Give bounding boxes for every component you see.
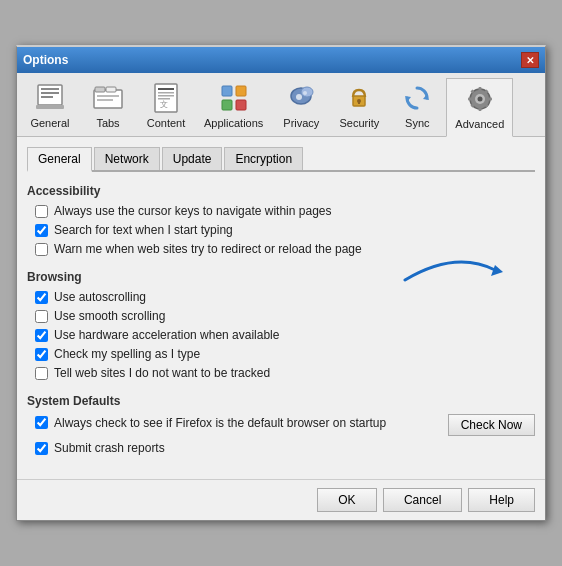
toolbar-item-content[interactable]: 文 Content xyxy=(137,77,195,136)
browsing-title: Browsing xyxy=(27,270,535,284)
warn-redirect-label: Warn me when web sites try to redirect o… xyxy=(54,242,362,256)
content-icon: 文 xyxy=(150,82,182,114)
svg-rect-26 xyxy=(358,101,360,104)
window-title: Options xyxy=(23,53,68,67)
svg-rect-11 xyxy=(158,88,174,90)
svg-rect-3 xyxy=(41,96,53,98)
do-not-track-label: Tell web sites I do not want to be track… xyxy=(54,366,270,380)
smooth-scrolling-label: Use smooth scrolling xyxy=(54,309,165,323)
tab-general[interactable]: General xyxy=(27,147,92,172)
svg-point-22 xyxy=(296,94,302,100)
autoscrolling-row: Use autoscrolling xyxy=(27,290,535,304)
default-browser-row: Always check to see if Firefox is the de… xyxy=(27,414,535,436)
sub-tabs: General Network Update Encryption xyxy=(27,147,535,172)
svg-rect-33 xyxy=(478,107,481,111)
toolbar-label-content: Content xyxy=(147,117,186,129)
toolbar-label-general: General xyxy=(30,117,69,129)
tabs-icon xyxy=(92,82,124,114)
crash-reports-label: Submit crash reports xyxy=(54,441,165,455)
spell-check-checkbox[interactable] xyxy=(35,348,48,361)
toolbar-label-applications: Applications xyxy=(204,117,263,129)
footer: OK Cancel Help xyxy=(17,479,545,520)
default-browser-label: Always check to see if Firefox is the de… xyxy=(54,416,386,430)
hardware-accel-row: Use hardware acceleration when available xyxy=(27,328,535,342)
search-typing-row: Search for text when I start typing xyxy=(27,223,535,237)
applications-icon xyxy=(218,82,250,114)
browsing-section: Browsing Use autoscrolling Use smooth sc… xyxy=(27,270,535,380)
autoscrolling-checkbox[interactable] xyxy=(35,291,48,304)
ok-button[interactable]: OK xyxy=(317,488,377,512)
search-typing-checkbox[interactable] xyxy=(35,224,48,237)
security-icon xyxy=(343,82,375,114)
cancel-button[interactable]: Cancel xyxy=(383,488,462,512)
toolbar-label-privacy: Privacy xyxy=(283,117,319,129)
search-typing-label: Search for text when I start typing xyxy=(54,223,233,237)
svg-text:文: 文 xyxy=(160,100,168,109)
tab-encryption[interactable]: Encryption xyxy=(224,147,303,170)
svg-point-23 xyxy=(303,91,307,95)
toolbar-item-applications[interactable]: Applications xyxy=(195,77,272,136)
check-now-button[interactable]: Check Now xyxy=(448,414,535,436)
svg-rect-32 xyxy=(478,87,481,91)
svg-rect-9 xyxy=(97,99,113,101)
svg-rect-13 xyxy=(158,95,174,97)
toolbar-label-security: Security xyxy=(339,117,379,129)
cursor-keys-label: Always use the cursor keys to navigate w… xyxy=(54,204,331,218)
crash-reports-row: Submit crash reports xyxy=(27,441,535,455)
sync-icon xyxy=(401,82,433,114)
cursor-keys-checkbox[interactable] xyxy=(35,205,48,218)
accessibility-title: Accessibility xyxy=(27,184,535,198)
toolbar-item-general[interactable]: General xyxy=(21,77,79,136)
content-area: General Network Update Encryption Access… xyxy=(17,137,545,479)
smooth-scrolling-row: Use smooth scrolling xyxy=(27,309,535,323)
svg-point-31 xyxy=(477,97,482,102)
autoscrolling-label: Use autoscrolling xyxy=(54,290,146,304)
spell-check-label: Check my spelling as I type xyxy=(54,347,200,361)
hardware-accel-label: Use hardware acceleration when available xyxy=(54,328,279,342)
toolbar-item-advanced[interactable]: Advanced xyxy=(446,78,513,137)
svg-rect-4 xyxy=(36,105,64,109)
toolbar-item-sync[interactable]: Sync xyxy=(388,77,446,136)
default-browser-checkbox-row: Always check to see if Firefox is the de… xyxy=(35,416,440,430)
system-defaults-title: System Defaults xyxy=(27,394,535,408)
smooth-scrolling-checkbox[interactable] xyxy=(35,310,48,323)
svg-rect-19 xyxy=(236,100,246,110)
advanced-icon xyxy=(464,83,496,115)
toolbar-item-security[interactable]: Security xyxy=(330,77,388,136)
hardware-accel-checkbox[interactable] xyxy=(35,329,48,342)
default-browser-checkbox[interactable] xyxy=(35,416,48,429)
tab-update[interactable]: Update xyxy=(162,147,223,170)
warn-redirect-checkbox[interactable] xyxy=(35,243,48,256)
general-icon xyxy=(34,82,66,114)
do-not-track-checkbox[interactable] xyxy=(35,367,48,380)
close-button[interactable]: ✕ xyxy=(521,52,539,68)
svg-rect-8 xyxy=(97,95,119,97)
svg-rect-34 xyxy=(468,98,472,101)
svg-rect-12 xyxy=(158,92,174,94)
title-bar: Options ✕ xyxy=(17,47,545,73)
tab-network[interactable]: Network xyxy=(94,147,160,170)
svg-rect-1 xyxy=(41,88,59,90)
cursor-keys-row: Always use the cursor keys to navigate w… xyxy=(27,204,535,218)
privacy-icon xyxy=(285,82,317,114)
svg-rect-7 xyxy=(106,87,116,92)
warn-redirect-row: Warn me when web sites try to redirect o… xyxy=(27,242,535,256)
options-window: Options ✕ General xyxy=(16,45,546,521)
do-not-track-row: Tell web sites I do not want to be track… xyxy=(27,366,535,380)
toolbar: General Tabs xyxy=(17,73,545,137)
help-button[interactable]: Help xyxy=(468,488,535,512)
accessibility-section: Accessibility Always use the cursor keys… xyxy=(27,184,535,256)
svg-rect-35 xyxy=(488,98,492,101)
system-defaults-section: System Defaults Always check to see if F… xyxy=(27,394,535,455)
crash-reports-checkbox[interactable] xyxy=(35,442,48,455)
svg-rect-6 xyxy=(95,87,105,92)
toolbar-label-advanced: Advanced xyxy=(455,118,504,130)
toolbar-item-tabs[interactable]: Tabs xyxy=(79,77,137,136)
svg-point-21 xyxy=(301,87,313,97)
svg-rect-2 xyxy=(41,92,59,94)
spell-check-row: Check my spelling as I type xyxy=(27,347,535,361)
toolbar-item-privacy[interactable]: Privacy xyxy=(272,77,330,136)
svg-rect-16 xyxy=(222,86,232,96)
svg-rect-17 xyxy=(236,86,246,96)
toolbar-label-sync: Sync xyxy=(405,117,429,129)
